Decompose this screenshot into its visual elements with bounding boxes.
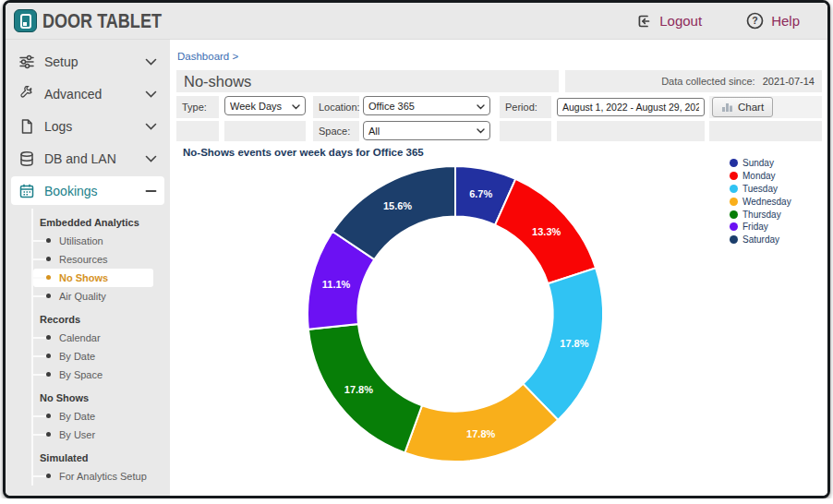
sidebar-item-advanced[interactable]: Advanced xyxy=(11,79,164,108)
period-input-wrap xyxy=(557,96,705,118)
legend-item-friday[interactable]: Friday xyxy=(730,221,791,234)
chart-panel: No-Shows events over week days for Offic… xyxy=(176,144,822,497)
submenu-section-no-shows: No Shows xyxy=(33,384,170,407)
data-collected-value: 2021-07-14 xyxy=(763,76,815,87)
app-window: DOOR TABLET Logout ? Help SetupAdvance xyxy=(3,0,830,498)
door-tablet-logo-icon xyxy=(14,9,37,32)
donut-slice-wednesday[interactable] xyxy=(404,384,558,462)
breadcrumb-dashboard-link[interactable]: Dashboard > xyxy=(176,40,238,62)
collapse-icon xyxy=(145,187,157,195)
submenu-item-air-quality[interactable]: Air Quality xyxy=(33,287,153,306)
space-select-wrap: All xyxy=(363,121,490,141)
submenu-item-for-analytics-setup[interactable]: For Analytics Setup xyxy=(33,467,153,486)
submenu-item-by-user[interactable]: By User xyxy=(33,426,153,444)
submenu-section-simulated: Simulated xyxy=(33,444,170,467)
submenu-item-label: Air Quality xyxy=(59,291,106,302)
submenu-section-embedded-analytics: Embedded Analytics xyxy=(33,209,170,232)
legend-color-dot xyxy=(730,222,738,231)
sidebar-item-label: DB and LAN xyxy=(44,151,116,166)
legend-item-thursday[interactable]: Thursday xyxy=(730,208,791,221)
legend-color-dot xyxy=(730,172,738,180)
chevron-down-icon xyxy=(145,90,157,98)
legend-color-dot xyxy=(730,210,738,219)
type-select[interactable]: Week Days xyxy=(224,96,306,115)
help-icon: ? xyxy=(746,12,764,30)
donut-slice-value-label: 6.7% xyxy=(469,188,492,199)
empty-cell xyxy=(224,121,306,141)
help-button[interactable]: ? Help xyxy=(746,12,800,30)
location-select[interactable]: Office 365 xyxy=(363,96,490,115)
sidebar-item-setup[interactable]: Setup xyxy=(11,47,164,76)
donut-slice-value-label: 13.3% xyxy=(532,226,561,237)
bullet-icon xyxy=(46,335,51,340)
data-collected-label: Data collected since: xyxy=(661,76,755,87)
title-bar: No-shows Data collected since: 2021-07-1… xyxy=(176,70,822,92)
submenu-item-label: By Date xyxy=(59,351,95,362)
legend-item-saturday[interactable]: Saturday xyxy=(730,234,791,246)
legend-color-dot xyxy=(730,185,738,193)
chevron-down-icon xyxy=(145,155,157,162)
legend-item-monday[interactable]: Monday xyxy=(730,170,791,183)
app-logo: DOOR TABLET xyxy=(6,9,187,33)
space-label: Space: xyxy=(313,121,359,141)
sidebar-item-label: Advanced xyxy=(44,87,102,102)
legend-item-tuesday[interactable]: Tuesday xyxy=(730,183,791,196)
legend-label: Tuesday xyxy=(742,184,778,194)
legend-item-sunday[interactable]: Sunday xyxy=(730,157,791,170)
filter-row-1: Type: Week Days Location: Office 365 Per… xyxy=(176,96,822,118)
space-select[interactable]: All xyxy=(363,121,490,140)
bullet-icon xyxy=(46,257,51,261)
sidebar-item-label: Logs xyxy=(44,119,72,134)
legend-color-dot xyxy=(730,198,738,206)
submenu-item-label: No Shows xyxy=(59,272,108,283)
legend-item-wednesday[interactable]: Wednesday xyxy=(730,195,791,208)
location-select-wrap: Office 365 xyxy=(363,96,490,118)
main-content: Dashboard > No-shows Data collected sinc… xyxy=(170,40,827,496)
location-label: Location: xyxy=(313,96,359,118)
submenu-item-by-date[interactable]: By Date xyxy=(33,347,153,366)
logout-label: Logout xyxy=(659,13,702,29)
sidebar-item-db-and-lan[interactable]: DB and LAN xyxy=(11,144,164,173)
submenu-item-no-shows[interactable]: No Shows xyxy=(33,269,153,287)
donut-chart: 6.7%13.3%17.8%17.8%17.8%11.1%15.6% xyxy=(296,155,614,473)
period-input[interactable] xyxy=(557,98,705,116)
chart-button[interactable]: Chart xyxy=(712,97,773,117)
donut-slice-value-label: 17.8% xyxy=(344,384,373,395)
submenu-item-resources[interactable]: Resources xyxy=(33,250,153,269)
submenu-item-label: Resources xyxy=(59,254,108,265)
bookings-submenu: Embedded AnalyticsUtilisationResourcesNo… xyxy=(31,209,170,486)
empty-cell xyxy=(176,121,219,141)
sliders-icon xyxy=(18,54,35,70)
submenu-item-by-date[interactable]: By Date xyxy=(33,407,153,426)
filter-bar: Type: Week Days Location: Office 365 Per… xyxy=(176,96,822,141)
type-select-wrap: Week Days xyxy=(224,96,306,118)
submenu-item-by-space[interactable]: By Space xyxy=(33,366,153,384)
donut-slice-value-label: 15.6% xyxy=(383,200,412,211)
sidebar-item-logs[interactable]: Logs xyxy=(11,112,164,140)
donut-slice-value-label: 17.8% xyxy=(466,428,495,439)
database-icon xyxy=(18,150,35,167)
legend-label: Sunday xyxy=(742,158,774,168)
submenu-item-label: For Analytics Setup xyxy=(59,471,147,482)
bullet-icon xyxy=(46,238,51,243)
header-actions: Logout ? Help xyxy=(635,12,827,30)
submenu-item-label: Utilisation xyxy=(59,235,103,246)
submenu-item-label: By Space xyxy=(59,369,103,380)
logout-button[interactable]: Logout xyxy=(635,13,702,30)
document-icon xyxy=(18,118,35,135)
donut-slice-value-label: 17.8% xyxy=(560,338,588,349)
submenu-item-utilisation[interactable]: Utilisation xyxy=(33,232,153,250)
sidebar-nav: SetupAdvancedLogsDB and LANBookings xyxy=(6,40,170,205)
empty-cell xyxy=(709,121,822,141)
bullet-icon xyxy=(46,372,51,377)
page-title: No-shows xyxy=(176,70,559,92)
bullet-icon xyxy=(46,474,51,478)
logout-icon xyxy=(635,13,652,30)
sidebar-item-bookings[interactable]: Bookings xyxy=(11,176,164,205)
data-collected-since: Data collected since: 2021-07-14 xyxy=(565,70,822,92)
donut-slice-value-label: 11.1% xyxy=(322,279,351,290)
bullet-icon xyxy=(46,294,51,298)
logo-text: DOOR TABLET xyxy=(42,9,162,33)
wrench-icon xyxy=(18,86,35,102)
submenu-item-calendar[interactable]: Calendar xyxy=(33,329,153,347)
